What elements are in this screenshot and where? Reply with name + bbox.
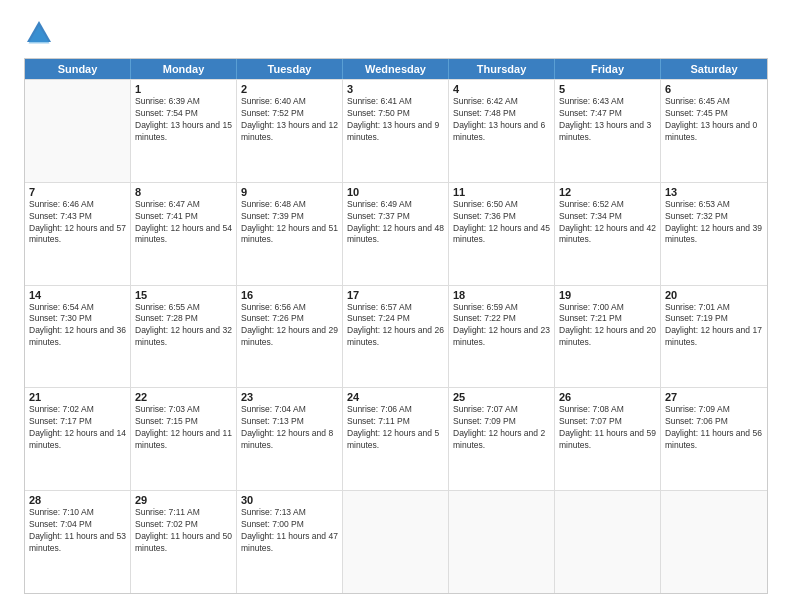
sunset-label: Sunset: 7:36 PM <box>453 211 516 221</box>
daylight-label: Daylight: 13 hours and 3 minutes. <box>559 120 651 142</box>
daylight-label: Daylight: 12 hours and 26 minutes. <box>347 325 444 347</box>
daylight-label: Daylight: 12 hours and 11 minutes. <box>135 428 232 450</box>
day-number: 18 <box>453 289 550 301</box>
calendar-cell: 29 Sunrise: 7:11 AM Sunset: 7:02 PM Dayl… <box>131 491 237 593</box>
calendar-cell <box>661 491 767 593</box>
day-info: Sunrise: 7:10 AM Sunset: 7:04 PM Dayligh… <box>29 507 126 555</box>
day-number: 14 <box>29 289 126 301</box>
sunrise-label: Sunrise: 7:11 AM <box>135 507 200 517</box>
calendar-cell: 7 Sunrise: 6:46 AM Sunset: 7:43 PM Dayli… <box>25 183 131 285</box>
day-number: 26 <box>559 391 656 403</box>
calendar-cell: 18 Sunrise: 6:59 AM Sunset: 7:22 PM Dayl… <box>449 286 555 388</box>
day-info: Sunrise: 6:39 AM Sunset: 7:54 PM Dayligh… <box>135 96 232 144</box>
sunset-label: Sunset: 7:30 PM <box>29 313 92 323</box>
sunset-label: Sunset: 7:52 PM <box>241 108 304 118</box>
sunset-label: Sunset: 7:39 PM <box>241 211 304 221</box>
sunset-label: Sunset: 7:28 PM <box>135 313 198 323</box>
sunrise-label: Sunrise: 7:03 AM <box>135 404 200 414</box>
sunrise-label: Sunrise: 6:54 AM <box>29 302 94 312</box>
calendar-cell: 1 Sunrise: 6:39 AM Sunset: 7:54 PM Dayli… <box>131 80 237 182</box>
calendar-cell: 26 Sunrise: 7:08 AM Sunset: 7:07 PM Dayl… <box>555 388 661 490</box>
calendar-cell: 17 Sunrise: 6:57 AM Sunset: 7:24 PM Dayl… <box>343 286 449 388</box>
calendar-cell: 30 Sunrise: 7:13 AM Sunset: 7:00 PM Dayl… <box>237 491 343 593</box>
sunset-label: Sunset: 7:21 PM <box>559 313 622 323</box>
day-number: 17 <box>347 289 444 301</box>
sunset-label: Sunset: 7:43 PM <box>29 211 92 221</box>
sunset-label: Sunset: 7:02 PM <box>135 519 198 529</box>
sunrise-label: Sunrise: 6:42 AM <box>453 96 518 106</box>
sunrise-label: Sunrise: 7:02 AM <box>29 404 94 414</box>
daylight-label: Daylight: 12 hours and 32 minutes. <box>135 325 232 347</box>
calendar-cell <box>555 491 661 593</box>
sunset-label: Sunset: 7:26 PM <box>241 313 304 323</box>
daylight-label: Daylight: 12 hours and 23 minutes. <box>453 325 550 347</box>
daylight-label: Daylight: 13 hours and 15 minutes. <box>135 120 232 142</box>
sunrise-label: Sunrise: 6:47 AM <box>135 199 200 209</box>
daylight-label: Daylight: 12 hours and 8 minutes. <box>241 428 333 450</box>
calendar-cell: 4 Sunrise: 6:42 AM Sunset: 7:48 PM Dayli… <box>449 80 555 182</box>
calendar-cell <box>343 491 449 593</box>
day-info: Sunrise: 7:09 AM Sunset: 7:06 PM Dayligh… <box>665 404 763 452</box>
day-info: Sunrise: 6:55 AM Sunset: 7:28 PM Dayligh… <box>135 302 232 350</box>
sunset-label: Sunset: 7:47 PM <box>559 108 622 118</box>
calendar: SundayMondayTuesdayWednesdayThursdayFrid… <box>24 58 768 594</box>
sunset-label: Sunset: 7:22 PM <box>453 313 516 323</box>
day-number: 5 <box>559 83 656 95</box>
day-number: 2 <box>241 83 338 95</box>
sunrise-label: Sunrise: 6:45 AM <box>665 96 730 106</box>
day-info: Sunrise: 7:13 AM Sunset: 7:00 PM Dayligh… <box>241 507 338 555</box>
sunrise-label: Sunrise: 7:06 AM <box>347 404 412 414</box>
calendar-cell: 8 Sunrise: 6:47 AM Sunset: 7:41 PM Dayli… <box>131 183 237 285</box>
sunset-label: Sunset: 7:34 PM <box>559 211 622 221</box>
day-info: Sunrise: 7:00 AM Sunset: 7:21 PM Dayligh… <box>559 302 656 350</box>
sunrise-label: Sunrise: 6:57 AM <box>347 302 412 312</box>
daylight-label: Daylight: 12 hours and 2 minutes. <box>453 428 545 450</box>
day-number: 7 <box>29 186 126 198</box>
sunset-label: Sunset: 7:32 PM <box>665 211 728 221</box>
day-info: Sunrise: 7:02 AM Sunset: 7:17 PM Dayligh… <box>29 404 126 452</box>
sunset-label: Sunset: 7:37 PM <box>347 211 410 221</box>
daylight-label: Daylight: 12 hours and 29 minutes. <box>241 325 338 347</box>
sunrise-label: Sunrise: 7:09 AM <box>665 404 730 414</box>
sunrise-label: Sunrise: 6:48 AM <box>241 199 306 209</box>
daylight-label: Daylight: 12 hours and 42 minutes. <box>559 223 656 245</box>
day-number: 4 <box>453 83 550 95</box>
sunrise-label: Sunrise: 6:55 AM <box>135 302 200 312</box>
calendar-cell: 11 Sunrise: 6:50 AM Sunset: 7:36 PM Dayl… <box>449 183 555 285</box>
daylight-label: Daylight: 11 hours and 50 minutes. <box>135 531 232 553</box>
day-number: 12 <box>559 186 656 198</box>
sunset-label: Sunset: 7:45 PM <box>665 108 728 118</box>
day-info: Sunrise: 7:08 AM Sunset: 7:07 PM Dayligh… <box>559 404 656 452</box>
calendar-cell: 16 Sunrise: 6:56 AM Sunset: 7:26 PM Dayl… <box>237 286 343 388</box>
calendar-cell: 22 Sunrise: 7:03 AM Sunset: 7:15 PM Dayl… <box>131 388 237 490</box>
sunrise-label: Sunrise: 7:07 AM <box>453 404 518 414</box>
daylight-label: Daylight: 12 hours and 48 minutes. <box>347 223 444 245</box>
day-number: 16 <box>241 289 338 301</box>
sunset-label: Sunset: 7:06 PM <box>665 416 728 426</box>
calendar-cell: 3 Sunrise: 6:41 AM Sunset: 7:50 PM Dayli… <box>343 80 449 182</box>
daylight-label: Daylight: 11 hours and 56 minutes. <box>665 428 762 450</box>
sunrise-label: Sunrise: 6:50 AM <box>453 199 518 209</box>
weekday-header: Sunday <box>25 59 131 79</box>
calendar-cell: 23 Sunrise: 7:04 AM Sunset: 7:13 PM Dayl… <box>237 388 343 490</box>
day-number: 24 <box>347 391 444 403</box>
daylight-label: Daylight: 12 hours and 14 minutes. <box>29 428 126 450</box>
sunset-label: Sunset: 7:07 PM <box>559 416 622 426</box>
daylight-label: Daylight: 12 hours and 45 minutes. <box>453 223 550 245</box>
page: SundayMondayTuesdayWednesdayThursdayFrid… <box>0 0 792 612</box>
sunset-label: Sunset: 7:54 PM <box>135 108 198 118</box>
day-info: Sunrise: 6:41 AM Sunset: 7:50 PM Dayligh… <box>347 96 444 144</box>
calendar-row: 7 Sunrise: 6:46 AM Sunset: 7:43 PM Dayli… <box>25 182 767 285</box>
day-info: Sunrise: 7:06 AM Sunset: 7:11 PM Dayligh… <box>347 404 444 452</box>
calendar-cell: 13 Sunrise: 6:53 AM Sunset: 7:32 PM Dayl… <box>661 183 767 285</box>
day-info: Sunrise: 6:52 AM Sunset: 7:34 PM Dayligh… <box>559 199 656 247</box>
day-number: 23 <box>241 391 338 403</box>
day-info: Sunrise: 6:47 AM Sunset: 7:41 PM Dayligh… <box>135 199 232 247</box>
daylight-label: Daylight: 12 hours and 36 minutes. <box>29 325 126 347</box>
calendar-row: 21 Sunrise: 7:02 AM Sunset: 7:17 PM Dayl… <box>25 387 767 490</box>
sunrise-label: Sunrise: 6:49 AM <box>347 199 412 209</box>
day-info: Sunrise: 7:03 AM Sunset: 7:15 PM Dayligh… <box>135 404 232 452</box>
calendar-cell: 10 Sunrise: 6:49 AM Sunset: 7:37 PM Dayl… <box>343 183 449 285</box>
sunset-label: Sunset: 7:04 PM <box>29 519 92 529</box>
sunset-label: Sunset: 7:48 PM <box>453 108 516 118</box>
